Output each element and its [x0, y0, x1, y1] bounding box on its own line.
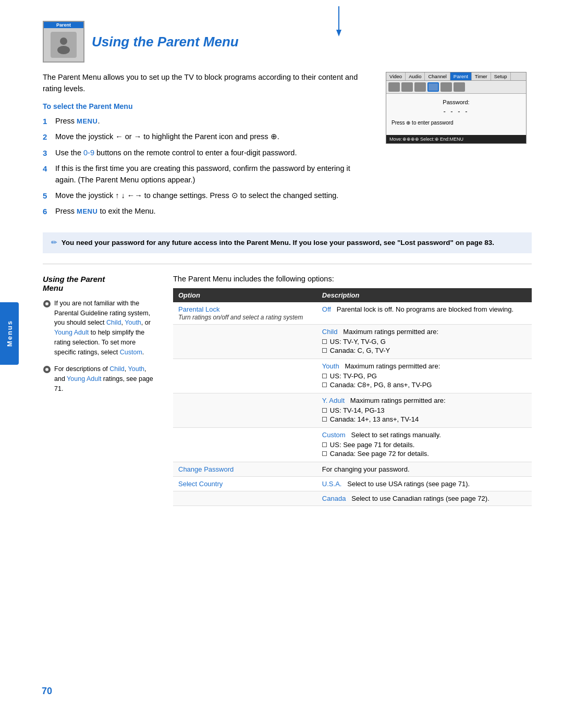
tv-icon-3 [414, 82, 426, 92]
gear-icon [43, 300, 51, 308]
table-row: Y. Adult Maximum ratings permitted are: … [173, 393, 532, 427]
desc-cell-youth: Youth Maximum ratings permitted are: US:… [317, 359, 532, 393]
step-3: 3 Use the 0-9 buttons on the remote cont… [43, 147, 370, 159]
change-password-option: Change Password [178, 465, 234, 473]
sidebar: Menus [0, 0, 27, 728]
title-section: Parent Using the Parent Menu [43, 21, 532, 63]
second-right-column: The Parent Menu includes the following o… [173, 275, 532, 506]
yadult-bullets: US: TV-14, PG-13 Canada: 14+, 13 ans+, T… [322, 406, 527, 423]
tv-menubar: Video Audio Channel Parent Timer Setup [386, 72, 526, 81]
child-bullets: US: TV-Y, TV-G, G Canada: C, G, TV-Y [322, 338, 527, 354]
parent-icon: Parent [43, 21, 84, 63]
section-divider [43, 264, 532, 264]
tv-menu-audio: Audio [406, 72, 425, 80]
custom-bullets: US: See page 71 for details. Canada: See… [322, 441, 527, 458]
step-2: 2 Move the joystick ← or → to highlight … [43, 131, 370, 143]
parental-lock-subtext: Turn ratings on/off and select a rating … [178, 314, 303, 321]
table-row: Youth Maximum ratings permitted are: US:… [173, 359, 532, 393]
desc-cell-change-pw: For changing your password. [317, 462, 532, 476]
step-5: 5 Move the joystick ↑ ↓ ←→ to change set… [43, 190, 370, 202]
main-content: Parent Using the Parent Menu The Parent … [27, 0, 563, 527]
tv-menu-channel: Channel [425, 72, 450, 80]
youth-bullets: US: TV-PG, PG Canada: C8+, PG, 8 ans+, T… [322, 372, 527, 389]
step-content-3: Use the 0-9 buttons on the remote contro… [55, 147, 370, 159]
desc-cell-yadult: Y. Adult Maximum ratings permitted are: … [317, 393, 532, 427]
gear-icon-2 [43, 365, 51, 374]
step-num-5: 5 [43, 190, 55, 202]
table-body: Parental Lock Turn ratings on/off and se… [173, 302, 532, 506]
tv-footer-text: Move:⊕⊕⊕⊕ Select:⊕ End:MENU [389, 137, 463, 142]
link-child: Child [106, 319, 121, 326]
link-youth-2: Youth [128, 365, 145, 373]
option-cell-change-pw: Change Password [173, 462, 317, 476]
table-row: Parental Lock Turn ratings on/off and se… [173, 302, 532, 325]
step-content-4: If this is the first time you are creati… [55, 163, 370, 186]
tv-instruction: Press ⊕ to enter password [391, 119, 521, 127]
step3-link: 0-9 [83, 149, 94, 157]
parental-lock-option: Parental Lock [178, 305, 220, 313]
bullet-item: US: TV-14, PG-13 [322, 406, 527, 414]
select-country-option: Select Country [178, 480, 223, 488]
svg-point-7 [45, 368, 48, 371]
tv-password-dashes: - - - - [391, 107, 521, 115]
menu-keyword: MENU [77, 117, 97, 125]
top-left-column: The Parent Menu allows you to set up the… [43, 72, 370, 222]
left-note-1: If you are not familiar with the Parenta… [43, 299, 157, 357]
table-header-row: Option Description [173, 288, 532, 302]
step-1: 1 Press MENU. [43, 116, 370, 128]
col-option: Option [173, 288, 317, 302]
link-custom: Custom [120, 349, 142, 356]
bullet-item: Canada: See page 72 for details. [322, 450, 527, 458]
option-cell-empty [173, 393, 317, 427]
step-content-5: Move the joystick ↑ ↓ ←→ to change setti… [55, 190, 370, 202]
step-num-4: 4 [43, 163, 55, 175]
step-content-1: Press MENU. [55, 116, 370, 127]
table-row: Custom Select to set ratings manually. U… [173, 427, 532, 462]
option-cell-empty [173, 491, 317, 505]
note-text: You need your password for any future ac… [62, 239, 494, 246]
bullet-item: Canada: 14+, 13 ans+, TV-14 [322, 415, 527, 423]
tv-icon-5 [440, 82, 452, 92]
left-note-2-text: For descriptions of Child, Youth, and Yo… [54, 364, 157, 393]
options-table: Option Description Parental Lock Turn ra… [173, 288, 532, 506]
sidebar-tab-label: Menus [6, 320, 14, 347]
bullet-item: US: TV-Y, TV-G, G [322, 338, 527, 346]
note-box: ✏ You need your password for any future … [43, 232, 532, 253]
sidebar-menus-tab: Menus [0, 302, 19, 365]
off-value: Off [322, 305, 331, 313]
table-header: Option Description [173, 288, 532, 302]
bullet-sq [322, 382, 327, 387]
pencil-icon: ✏ [51, 239, 57, 246]
bullet-item: US: TV-PG, PG [322, 372, 527, 380]
col-description: Description [317, 288, 532, 302]
table-row: Select Country U.S.A. Select to use USA … [173, 476, 532, 491]
child-value: Child [322, 328, 338, 336]
option-cell: Parental Lock Turn ratings on/off and se… [173, 302, 317, 325]
link-youth: Youth [125, 319, 141, 326]
usa-value: U.S.A. [322, 480, 342, 488]
top-content-area: The Parent Menu allows you to set up the… [43, 72, 532, 222]
option-cell-empty [173, 324, 317, 359]
tv-screenshot: Video Audio Channel Parent Timer Setup [386, 72, 527, 144]
svg-point-0 [60, 38, 67, 45]
parent-badge: Parent [44, 22, 83, 28]
bullet-sq [322, 374, 327, 378]
svg-marker-3 [336, 30, 341, 36]
link-child-2: Child [109, 365, 125, 373]
to-select-heading: To select the Parent Menu [43, 102, 370, 110]
parent-icon-image [51, 32, 77, 58]
tv-screenshot-area: Video Audio Channel Parent Timer Setup [386, 72, 532, 222]
tv-password-label: Password: [391, 99, 521, 105]
yadult-value: Y. Adult [322, 397, 345, 404]
tv-menu-setup: Setup [491, 72, 511, 80]
desc-cell-usa: U.S.A. Select to use USA ratings (see pa… [317, 476, 532, 491]
option-cell-select-country: Select Country [173, 476, 317, 491]
tv-footer: Move:⊕⊕⊕⊕ Select:⊕ End:MENU [386, 135, 526, 143]
second-section: Using the ParentMenu If you are not fami… [43, 275, 532, 506]
svg-point-5 [45, 302, 48, 305]
menu-keyword-2: MENU [77, 207, 97, 215]
desc-cell-canada: Canada Select to use Canadian ratings (s… [317, 491, 532, 505]
tv-body: Password: - - - - Press ⊕ to enter passw… [386, 94, 526, 135]
left-note-1-text: If you are not familiar with the Parenta… [54, 299, 157, 357]
bullet-sq [322, 339, 327, 344]
